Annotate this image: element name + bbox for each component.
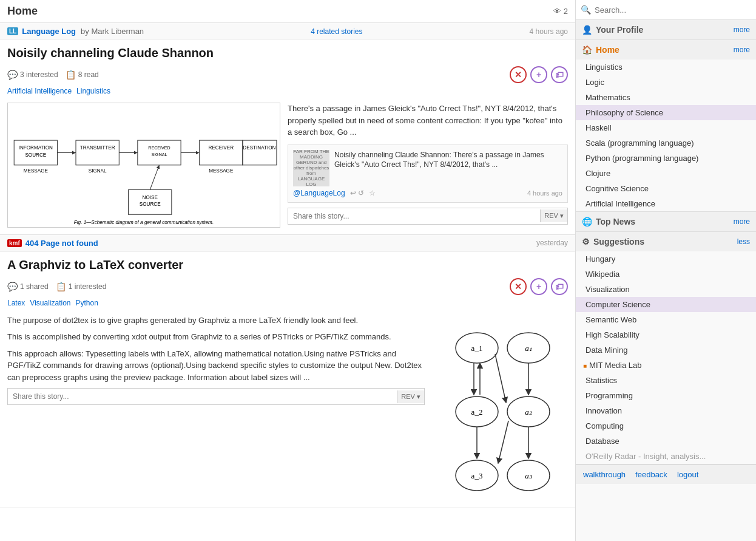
topnews-more-link[interactable]: more: [734, 217, 750, 226]
story1-tag-button[interactable]: 🏷: [551, 66, 568, 83]
sidebar-home-section: 🏠 Home more Linguistics Logic Mathematic…: [576, 40, 756, 212]
profile-title: Your Profile: [596, 25, 643, 35]
sidebar-item-clojure[interactable]: Clojure: [576, 166, 756, 181]
svg-text:SIGNAL: SIGNAL: [89, 168, 107, 174]
sidebar-item-linguistics[interactable]: Linguistics: [576, 60, 756, 75]
svg-text:INFORMATION: INFORMATION: [19, 145, 53, 151]
story2-dismiss-button[interactable]: ✕: [510, 278, 527, 295]
sidebar-item-hungary[interactable]: Hungary: [576, 251, 756, 267]
svg-text:a₃: a₃: [525, 471, 533, 480]
story1-author: by Mark Liberman: [81, 27, 144, 36]
story2-tag-viz[interactable]: Visualization: [30, 299, 70, 307]
story1-share-input[interactable]: [288, 208, 540, 224]
svg-text:SOURCE: SOURCE: [25, 152, 46, 158]
story1-tag-ai[interactable]: Artificial Intelligence: [7, 87, 72, 95]
profile-more-link[interactable]: more: [734, 26, 750, 34]
sidebar-item-highscalability[interactable]: High Scalability: [576, 327, 756, 342]
story1-tag-ling[interactable]: Linguistics: [76, 87, 110, 95]
svg-text:MESSAGE: MESSAGE: [209, 168, 234, 174]
story2-save-button[interactable]: +: [530, 278, 547, 295]
topnews-title: Top News: [596, 217, 635, 226]
search-icon: 🔍: [581, 5, 591, 15]
walkthrough-link[interactable]: walkthrough: [583, 470, 626, 479]
svg-text:NOISE: NOISE: [143, 195, 158, 200]
svg-text:a_3: a_3: [471, 471, 483, 480]
sidebar-item-innovation[interactable]: Innovation: [576, 403, 756, 418]
sidebar-item-ai[interactable]: Artificial Intelligence: [576, 196, 756, 211]
story2-interested: 📋 1 interested: [56, 282, 107, 291]
story2-source[interactable]: 404 Page not found: [25, 239, 98, 248]
story2-tag-button[interactable]: 🏷: [551, 278, 568, 295]
sidebar-item-python[interactable]: Python (programming language): [576, 151, 756, 166]
topnews-icon: 🌐: [582, 217, 592, 226]
logout-link[interactable]: logout: [677, 470, 698, 479]
sidebar-item-visualization[interactable]: Visualization: [576, 282, 756, 297]
story2-badge: kmf: [7, 239, 22, 247]
story2-time: yesterday: [536, 239, 568, 247]
story2-tags: Latex Visualization Python: [0, 296, 575, 310]
sidebar-item-cs[interactable]: Computer Science: [576, 297, 756, 312]
suggestions-less-link[interactable]: less: [737, 237, 750, 246]
story2-para2: This is accomplished by converting xdot …: [7, 331, 425, 343]
page-title: Home: [7, 5, 38, 18]
sidebar-item-computing[interactable]: Computing: [576, 418, 756, 434]
sidebar-item-wikipedia[interactable]: Wikipedia: [576, 267, 756, 282]
story2-para3: This approach allows: Typesetting labels…: [7, 348, 425, 384]
search-input[interactable]: [595, 5, 751, 15]
svg-text:MESSAGE: MESSAGE: [24, 168, 49, 174]
story1-save-button[interactable]: +: [530, 66, 547, 83]
svg-text:RECEIVER: RECEIVER: [208, 145, 234, 151]
sidebar-item-cognitive[interactable]: Cognitive Science: [576, 181, 756, 196]
svg-text:DESTINATION: DESTINATION: [243, 145, 275, 151]
eye-count: 👁 2: [553, 7, 568, 16]
svg-line-42: [498, 421, 508, 463]
story1-time: 4 hours ago: [530, 27, 568, 36]
story2-tag-python[interactable]: Python: [76, 299, 98, 307]
svg-text:a₂: a₂: [525, 407, 533, 417]
sidebar-item-database[interactable]: Database: [576, 434, 756, 449]
svg-line-22: [150, 165, 159, 190]
tweet-retweet-icon[interactable]: ↩ ↺: [350, 189, 364, 197]
story1-badge: LL: [7, 27, 18, 35]
story2-graph: a_1 a₁ a_2 a₂ a_3: [434, 315, 568, 503]
svg-rect-4: [76, 140, 119, 165]
sidebar-item-semanticweb[interactable]: Semantic Web: [576, 312, 756, 327]
tweet-user[interactable]: @LanguageLog: [293, 189, 345, 197]
story1-diagram: INFORMATION SOURCE MESSAGE TRANSMITTER S…: [7, 103, 280, 230]
story2-share-input[interactable]: [8, 389, 397, 404]
story1-source[interactable]: Language Log: [22, 27, 76, 36]
story-2: kmf 404 Page not found yesterday A Graph…: [0, 235, 575, 508]
story1-related[interactable]: 4 related stories: [311, 27, 362, 36]
story1-tags: Artificial Intelligence Linguistics: [0, 84, 575, 98]
story1-tweet: FAR FROM THE MADDING GERUND and other di…: [288, 145, 568, 203]
story1-share-box: REV ▾: [288, 208, 568, 225]
home-icon: 🏠: [582, 45, 592, 55]
story1-share-button[interactable]: REV ▾: [540, 209, 567, 222]
sidebar-item-mit[interactable]: MIT Media Lab: [576, 358, 756, 373]
tweet-star-icon[interactable]: ☆: [369, 189, 376, 197]
tweet-thumbnail: FAR FROM THE MADDING GERUND and other di…: [293, 150, 329, 186]
sidebar-item-logic[interactable]: Logic: [576, 75, 756, 90]
sidebar-search: 🔍: [576, 0, 756, 20]
sidebar-item-haskell[interactable]: Haskell: [576, 120, 756, 135]
sidebar-item-datamining[interactable]: Data Mining: [576, 342, 756, 358]
sidebar-item-programming[interactable]: Programming: [576, 388, 756, 403]
story1-interested: 💬 3 interested: [7, 70, 58, 80]
sidebar-item-philosophy[interactable]: Philosophy of Science: [576, 105, 756, 120]
story2-share-button[interactable]: REV ▾: [397, 390, 424, 403]
tweet-text: Noisily channeling Claude Shannon: There…: [334, 150, 562, 186]
story1-title: Noisily channeling Claude Shannon: [0, 40, 575, 64]
svg-text:a_1: a_1: [471, 344, 483, 353]
sidebar-item-mathematics[interactable]: Mathematics: [576, 90, 756, 105]
home-more-link[interactable]: more: [734, 46, 750, 54]
sidebar-item-oreilly[interactable]: O'Reilly Radar - Insight, analysis...: [576, 449, 756, 464]
svg-text:SOURCE: SOURCE: [140, 202, 161, 207]
story2-tag-latex[interactable]: Latex: [7, 299, 25, 307]
sidebar-profile-section: 👤 Your Profile more: [576, 20, 756, 40]
svg-rect-10: [200, 140, 243, 165]
feedback-link[interactable]: feedback: [635, 470, 667, 479]
sidebar-item-scala[interactable]: Scala (programming language): [576, 135, 756, 151]
story1-read: 📋 8 read: [66, 70, 99, 80]
story1-dismiss-button[interactable]: ✕: [510, 66, 527, 83]
sidebar-item-statistics[interactable]: Statistics: [576, 373, 756, 388]
